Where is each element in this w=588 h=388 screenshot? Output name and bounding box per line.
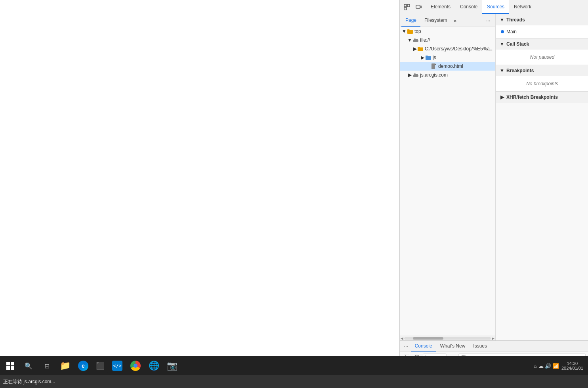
- file-nav-ellipsis[interactable]: ···: [483, 15, 494, 26]
- call-stack-section: ▼ Call Stack Not paused: [496, 38, 588, 65]
- tab-sources[interactable]: Sources: [482, 0, 509, 14]
- not-paused-text: Not paused: [496, 51, 588, 63]
- threads-body: Main: [496, 25, 588, 38]
- responsive-icon[interactable]: [413, 2, 424, 13]
- file-nav-tab-more[interactable]: »: [451, 17, 459, 24]
- taskbar-vscode[interactable]: </>: [109, 357, 126, 375]
- tree-item-top[interactable]: ▼ top: [400, 27, 495, 36]
- tree-arrow-js: ▶: [420, 55, 425, 60]
- tab-network[interactable]: Network: [509, 0, 536, 14]
- folder-icon-desktop: [418, 46, 424, 51]
- chrome-icon: [130, 361, 141, 371]
- call-stack-arrow: ▼: [499, 41, 505, 47]
- console-clear-btn[interactable]: [412, 353, 421, 357]
- file-nav-tab-filesystem[interactable]: Filesystem: [420, 14, 451, 27]
- file-tree: ▼ top ▼: [400, 27, 495, 336]
- xhr-arrow: ▶: [499, 94, 505, 100]
- windows-icon: [6, 362, 14, 370]
- svg-rect-1: [407, 4, 410, 7]
- tree-item-file[interactable]: ▼ file://: [400, 36, 495, 44]
- console-tab-whats-new[interactable]: What's New: [436, 341, 470, 352]
- thread-main-dot: [501, 30, 504, 33]
- threads-arrow: ▼: [499, 17, 505, 23]
- tree-label-desktop: C:/Users/yws/Desktop/%E5%a...: [425, 46, 494, 52]
- tree-item-desktop[interactable]: ▶ C:/Users/yws/Desktop/%E5%a...: [400, 44, 495, 53]
- tree-arrow-file: ▼: [407, 37, 412, 43]
- inspect-icon[interactable]: [401, 2, 412, 13]
- scroll-track: [404, 337, 491, 340]
- console-filter-input[interactable]: [458, 353, 586, 357]
- threads-header[interactable]: ▼ Threads: [496, 14, 588, 25]
- cloud-icon-file: [412, 38, 419, 42]
- taskbar-terminal[interactable]: ⬛: [93, 358, 108, 373]
- devtools-tab-bar: Elements Console Sources Network: [400, 0, 588, 14]
- svg-rect-0: [404, 4, 407, 7]
- xhr-breakpoints-header[interactable]: ▶ XHR/fetch Breakpoints: [496, 92, 588, 103]
- console-more-btn[interactable]: ···: [401, 341, 411, 352]
- xhr-breakpoints-section: ▶ XHR/fetch Breakpoints: [496, 92, 588, 103]
- tree-arrow-arcgis: ▶: [407, 72, 412, 78]
- tree-label-file: file://: [420, 37, 430, 43]
- file-icon-demoo: [431, 63, 437, 69]
- breakpoints-arrow: ▼: [499, 68, 505, 73]
- terminal-icon: ⬛: [96, 361, 105, 370]
- svg-rect-4: [420, 6, 422, 8]
- svg-rect-2: [404, 8, 407, 10]
- thread-main[interactable]: Main: [496, 27, 588, 36]
- console-sidebar-btn[interactable]: [402, 353, 411, 357]
- console-eye-btn[interactable]: [448, 353, 457, 357]
- search-button[interactable]: 🔍: [20, 357, 37, 375]
- breakpoints-body: No breakpoints: [496, 76, 588, 91]
- taskbar-chrome[interactable]: [127, 357, 144, 375]
- tree-item-demoo[interactable]: demoo.html: [400, 62, 495, 71]
- camera-icon: 📷: [167, 361, 178, 371]
- scroll-thumb: [413, 337, 443, 340]
- tray-icons: ⌂ ☁ 🔊 📶: [534, 363, 559, 369]
- tree-item-arcgis[interactable]: ▶ js.arcgis.com: [400, 71, 495, 79]
- breakpoints-label: Breakpoints: [506, 68, 534, 73]
- time: 14:30: [561, 361, 583, 366]
- tree-label-demoo: demoo.html: [438, 63, 463, 69]
- svg-rect-5: [431, 63, 435, 69]
- taskview-button[interactable]: ⊟: [38, 357, 55, 375]
- tree-label-js: js: [433, 55, 436, 60]
- file-tree-hscroll[interactable]: ◀ ▶: [400, 336, 495, 340]
- tree-label-top: top: [414, 29, 421, 34]
- webpage-area: [0, 0, 399, 356]
- tree-arrow-top: ▼: [401, 29, 407, 34]
- file-explorer-icon: 📁: [60, 361, 71, 371]
- status-bar: 正在等待 js.arcgis.com...: [0, 375, 588, 388]
- call-stack-header[interactable]: ▼ Call Stack: [496, 38, 588, 50]
- tree-item-js[interactable]: ▶ js: [400, 53, 495, 62]
- console-toolbar: top ▼: [400, 352, 588, 356]
- call-stack-label: Call Stack: [506, 41, 529, 47]
- taskbar-file-explorer[interactable]: 📁: [56, 357, 74, 375]
- taskbar-globe[interactable]: 🌐: [145, 357, 162, 375]
- folder-icon-top: [407, 29, 413, 34]
- system-tray: ⌂ ☁ 🔊 📶 14:30 2024/01/01: [534, 361, 583, 371]
- vscode-icon: </>: [112, 361, 122, 371]
- no-breakpoints-text: No breakpoints: [496, 78, 588, 90]
- console-tab-issues[interactable]: Issues: [469, 341, 491, 352]
- breakpoints-header[interactable]: ▼ Breakpoints: [496, 65, 588, 76]
- threads-section: ▼ Threads Main: [496, 14, 588, 38]
- start-button[interactable]: [2, 357, 19, 375]
- taskbar-camera[interactable]: 📷: [163, 357, 181, 375]
- console-context-select[interactable]: top ▼: [423, 353, 447, 357]
- devtools-panel: Elements Console Sources Network Page Fi…: [399, 0, 588, 356]
- file-nav-tab-page[interactable]: Page: [401, 14, 420, 27]
- scroll-left-arrow[interactable]: ◀: [401, 336, 403, 340]
- threads-label: Threads: [506, 17, 525, 23]
- edge-icon: e: [78, 361, 88, 371]
- console-tabs: ··· Console What's New Issues: [400, 341, 588, 352]
- date: 2024/01/01: [561, 366, 583, 371]
- scroll-right-arrow[interactable]: ▶: [492, 336, 494, 340]
- tab-elements[interactable]: Elements: [426, 0, 455, 14]
- tab-console[interactable]: Console: [455, 0, 482, 14]
- taskbar-edge[interactable]: e: [74, 357, 92, 375]
- tree-label-arcgis: js.arcgis.com: [420, 72, 448, 78]
- status-text: 正在等待 js.arcgis.com...: [3, 378, 55, 385]
- console-tab-console[interactable]: Console: [411, 341, 436, 352]
- globe-icon: 🌐: [149, 361, 159, 371]
- console-area: ··· Console What's New Issues: [400, 340, 588, 356]
